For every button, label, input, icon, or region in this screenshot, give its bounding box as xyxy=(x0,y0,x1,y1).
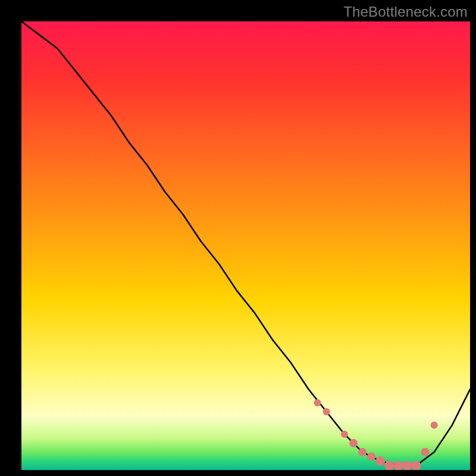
sweet-spot-dot xyxy=(393,461,403,471)
sweet-spot-dot xyxy=(412,461,421,471)
sweet-spot-dot xyxy=(323,408,330,415)
sweet-spot-dot xyxy=(367,452,375,461)
bottleneck-chart xyxy=(21,21,470,470)
sweet-spot-dot xyxy=(431,422,438,429)
plot-area xyxy=(21,21,470,470)
sweet-spot-dot xyxy=(358,448,367,456)
sweet-spot-dot xyxy=(402,461,412,471)
sweet-spot-dot xyxy=(349,439,358,447)
watermark: TheBottleneck.com xyxy=(343,4,468,20)
sweet-spot-dot xyxy=(341,431,348,438)
chart-frame: TheBottleneck.com xyxy=(0,0,476,476)
sweet-spot-dot xyxy=(375,456,385,466)
sweet-spot-dot xyxy=(384,461,394,471)
sweet-spot-dot xyxy=(314,399,321,406)
sweet-spot-dot xyxy=(421,448,430,456)
